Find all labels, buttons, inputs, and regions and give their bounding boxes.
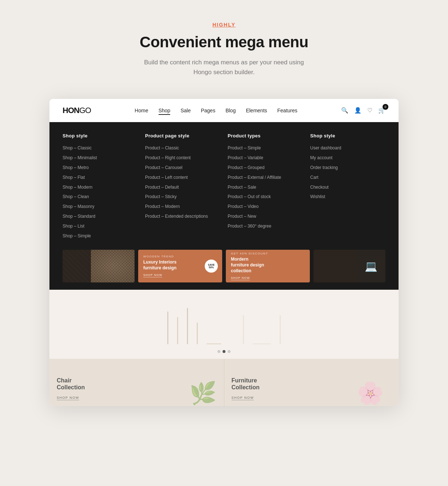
list-item[interactable]: Product – Right content (145, 154, 220, 161)
user-icon[interactable]: 👤 (354, 107, 361, 114)
navbar-menu: Home Shop Sale Pages Blog Elements Featu… (135, 107, 297, 114)
collection-panel-chair: ChairCollection SHOP NOW 🌿 (49, 359, 224, 406)
dot-1[interactable] (217, 350, 220, 353)
cart-icon[interactable]: 🛒 0 (378, 107, 385, 114)
product-types-list: Product – Simple Product – Variable Prod… (228, 144, 303, 229)
list-item[interactable]: Shop – Minimalist (63, 154, 138, 161)
mega-col-product-types: Product types Product – Simple Product –… (228, 133, 310, 242)
mega-col-title-account: Shop style (310, 133, 385, 138)
chair-collection-title: ChairCollection (57, 377, 85, 391)
collection-panel-chair-text: ChairCollection SHOP NOW (57, 377, 85, 400)
list-item[interactable]: User dashboard (310, 144, 385, 151)
list-item[interactable]: Cart (310, 174, 385, 181)
mega-col-account: Shop style User dashboard My account Ord… (310, 133, 385, 242)
list-item[interactable]: Product – Modern (145, 203, 220, 210)
list-item[interactable]: Product – Classic (145, 144, 220, 151)
dot-3[interactable] (228, 350, 231, 353)
furniture-stands (49, 301, 399, 344)
section-description: Build the content rich mega menus as per… (137, 57, 311, 77)
logo: HONGO (63, 106, 91, 115)
account-list: User dashboard My account Order tracking… (310, 144, 385, 200)
product-page-list: Product – Classic Product – Right conten… (145, 144, 220, 219)
browser-mockup: HONGO Home Shop Sale Pages Blog Elements… (49, 99, 399, 406)
banner-mordern-title: Mordern furniture design collection (231, 257, 267, 274)
list-item[interactable]: Product – Simple (228, 144, 303, 151)
shop-style-list: Shop – Classic Shop – Minimalist Shop – … (63, 144, 138, 239)
banner-wicker-img (91, 250, 135, 282)
list-item[interactable]: Product – Sticky (145, 193, 220, 200)
mega-col-title-product-types: Product types (228, 133, 303, 138)
chair-shop-now[interactable]: SHOP NOW (57, 396, 79, 400)
mega-menu: Shop style Shop – Classic Shop – Minimal… (49, 122, 399, 290)
heart-icon[interactable]: ♡ (367, 107, 372, 114)
mega-col-product-page: Product page style Product – Classic Pro… (145, 133, 228, 242)
list-item[interactable]: Shop – Classic (63, 144, 138, 151)
mega-banners: WOODEN TREND Luxury Interiors furniture … (63, 250, 385, 282)
pagination-dots (49, 344, 399, 359)
navbar: HONGO Home Shop Sale Pages Blog Elements… (49, 99, 399, 122)
nav-elements[interactable]: Elements (246, 107, 267, 114)
nav-sale[interactable]: Sale (180, 107, 191, 114)
list-item[interactable]: Product – Left content (145, 174, 220, 181)
nav-blog[interactable]: Blog (225, 107, 236, 114)
list-item[interactable]: Order tracking (310, 164, 385, 171)
list-item[interactable]: Checkout (310, 184, 385, 190)
banner-luxury-shop[interactable]: SHOP NOW (143, 273, 162, 277)
banner-luxury[interactable]: WOODEN TREND Luxury Interiors furniture … (138, 250, 222, 282)
nav-features[interactable]: Features (277, 107, 297, 114)
mega-col-shop-style: Shop style Shop – Classic Shop – Minimal… (63, 133, 145, 242)
mega-col-title-shop-style: Shop style (63, 133, 138, 138)
banner-mordern-tag: GET 40% DISCOUNT (231, 252, 268, 255)
navbar-icons: 🔍 👤 ♡ 🛒 0 (341, 107, 385, 114)
mega-menu-columns: Shop style Shop – Classic Shop – Minimal… (63, 133, 385, 242)
nav-shop[interactable]: Shop (159, 107, 171, 114)
list-item[interactable]: Product – Sale (228, 184, 303, 190)
list-item[interactable]: Product – Extended descriptions (145, 213, 220, 220)
list-item[interactable]: Wishlist (310, 193, 385, 200)
banner-laptop[interactable] (313, 250, 385, 282)
list-item[interactable]: Shop – Masonry (63, 203, 138, 210)
list-item[interactable]: Shop – Flat (63, 174, 138, 181)
furniture-collection-title: FurnitureCollection (232, 377, 260, 391)
section-title: Convenient mega menu (140, 33, 308, 51)
list-item[interactable]: Product – Out of stock (228, 193, 303, 200)
list-item[interactable]: Shop – List (63, 222, 138, 229)
banner-mordern-shop[interactable]: SHOP NOW (231, 276, 250, 280)
cart-count: 0 (383, 104, 388, 110)
banner-mordern-text: GET 40% DISCOUNT Mordern furniture desig… (226, 250, 273, 282)
furniture-shop-now[interactable]: SHOP NOW (232, 396, 254, 400)
banner-luxury-text: WOODEN TREND Luxury Interiors furniture … (138, 250, 185, 282)
list-item[interactable]: Shop – Simple (63, 232, 138, 239)
list-item[interactable]: My account (310, 154, 385, 161)
banner-luxury-tag: WOODEN TREND (143, 255, 180, 258)
collection-panel-furniture-text: FurnitureCollection SHOP NOW (232, 377, 260, 400)
banner-luxury-title: Luxury Interiors furniture design (143, 260, 180, 271)
list-item[interactable]: Product – Variable (228, 154, 303, 161)
list-item[interactable]: Shop – Clean (63, 193, 138, 200)
list-item[interactable]: Product – Carousel (145, 164, 220, 171)
section-label: HIGHLY (212, 22, 236, 28)
chair-decorative: 🌿 (189, 380, 217, 406)
banner-wicker[interactable] (63, 250, 135, 282)
search-icon[interactable]: 🔍 (341, 107, 348, 114)
list-item[interactable]: Shop – Modern (63, 184, 138, 190)
list-item[interactable]: Shop – Metro (63, 164, 138, 171)
site-content: ChairCollection SHOP NOW 🌿 FurnitureColl… (49, 290, 399, 406)
list-item[interactable]: Product – New (228, 213, 303, 220)
list-item[interactable]: Product – External / Affiliate (228, 174, 303, 181)
collection-panel-furniture: FurnitureCollection SHOP NOW 🌸 (224, 359, 399, 406)
nav-home[interactable]: Home (135, 107, 148, 114)
nav-pages[interactable]: Pages (201, 107, 215, 114)
list-item[interactable]: Product – Default (145, 184, 220, 190)
list-item[interactable]: Product – Video (228, 203, 303, 210)
banner-laptop-img (356, 250, 385, 282)
list-item[interactable]: Product – 360° degree (228, 222, 303, 229)
banner-mordern[interactable]: GET 40% DISCOUNT Mordern furniture desig… (226, 250, 310, 282)
banner-save-badge: SAVE50% (205, 260, 218, 273)
collection-panels: ChairCollection SHOP NOW 🌿 FurnitureColl… (49, 359, 399, 406)
list-item[interactable]: Shop – Standard (63, 213, 138, 220)
dot-2[interactable] (223, 350, 225, 353)
mega-col-title-product-page: Product page style (145, 133, 220, 138)
list-item[interactable]: Product – Grouped (228, 164, 303, 171)
furniture-decorative: 🌸 (357, 380, 384, 406)
